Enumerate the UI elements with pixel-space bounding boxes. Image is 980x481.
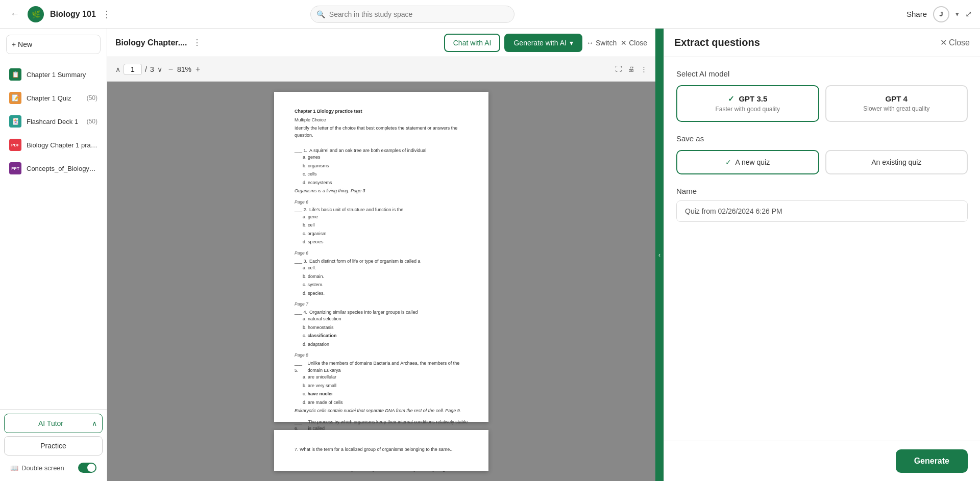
new-quiz-check-icon: ✓ [725, 158, 731, 166]
avatar[interactable]: J [933, 6, 949, 22]
pdf-toolbar-right: ⛶ 🖨 ⋮ [615, 65, 647, 73]
ai-tutor-button[interactable]: AI Tutor ∧ [4, 414, 103, 433]
generate-chevron-icon: ▾ [570, 39, 573, 47]
search-container: 🔍 [310, 6, 514, 23]
name-input[interactable] [676, 200, 968, 222]
right-close-button[interactable]: ✕ Close [940, 38, 970, 47]
pdf-question-4: ___ 4.Organizing similar species into la… [295, 309, 468, 348]
book-icon: 📖 [10, 464, 18, 472]
pdf-content: Chapter 1 Biology practice test Multiple… [107, 82, 655, 481]
close-button[interactable]: ✕ Close [621, 39, 647, 47]
practice-button[interactable]: Practice [4, 436, 103, 455]
right-panel: Extract questions ✕ Close Select AI mode… [664, 29, 980, 481]
save-existing-quiz[interactable]: An existing quiz [825, 150, 968, 174]
save-new-quiz[interactable]: ✓ A new quiz [676, 150, 819, 174]
gpt35-name: ✓ GPT 3.5 [685, 94, 810, 104]
gpt35-check-icon: ✓ [728, 94, 734, 103]
page-total: 3 [150, 65, 154, 73]
double-screen-label: 📖 Double screen [10, 464, 78, 472]
page-input[interactable] [124, 64, 142, 75]
page-nav: ∧ / 3 ∨ [115, 64, 162, 75]
zoom-level: 81% [177, 65, 191, 73]
pdf-next-question-hint: 7. What is the term for a localized grou… [295, 446, 468, 453]
pdf-more-button[interactable]: ⋮ [641, 65, 647, 73]
top-nav: ← 🌿 Biology 101 ⋮ 🔍 Share J ▾ ⤢ [0, 0, 980, 29]
chat-ai-button[interactable]: Chat with AI [444, 34, 501, 52]
search-input[interactable] [310, 6, 514, 23]
pdf-instruction: Identify the letter of the choice that b… [295, 125, 468, 139]
doc-toolbar-right: Chat with AI Generate with AI ▾ ↔ Switch… [444, 34, 647, 52]
sidebar-item-biology-practice[interactable]: PDF Biology Chapter 1 practice t... [3, 134, 104, 156]
double-screen-toggle[interactable] [78, 463, 96, 473]
doc-toolbar: Biology Chapter.... ⋮ Chat with AI Gener… [107, 29, 655, 57]
chapter1-quiz-count: (50) [87, 94, 97, 102]
expand-button[interactable]: ⤢ [965, 9, 972, 19]
right-panel-footer: Generate [664, 441, 980, 481]
pdf-question-2: ___ 2.Life's basic unit of structure and… [295, 207, 468, 246]
zoom-controls: − 81% + [168, 65, 201, 74]
sidebar-item-chapter1-quiz[interactable]: 📝 Chapter 1 Quiz (50) [3, 87, 104, 109]
nav-right: Share J ▾ ⤢ [906, 6, 972, 22]
sidebar-item-concepts[interactable]: PPT Concepts_of_Biology_Chap... [3, 157, 104, 180]
sidebar: + New 📋 Chapter 1 Summary 📝 Chapter 1 Qu… [0, 29, 107, 481]
collapse-tab[interactable]: ‹ [655, 29, 664, 481]
toggle-knob [87, 464, 95, 472]
zoom-out-button[interactable]: − [168, 65, 173, 74]
chapter1-quiz-icon: 📝 [9, 92, 21, 104]
flashcard-count: (50) [87, 118, 97, 125]
chapter1-summary-icon: 📋 [9, 68, 21, 81]
concepts-icon: PPT [9, 162, 21, 174]
flashcard-icon: 🃏 [9, 115, 21, 128]
app-title: Biology 101 [50, 10, 96, 19]
pdf-question-1: ___ 1.A squirrel and an oak tree are bot… [295, 147, 468, 195]
double-screen-row: 📖 Double screen [4, 459, 103, 477]
pdf-subtitle: Multiple Choice [295, 117, 468, 124]
ai-model-options: ✓ GPT 3.5 Faster with good quality GPT 4… [676, 85, 968, 122]
right-panel-title: Extract questions [674, 37, 934, 48]
doc-panel: Biology Chapter.... ⋮ Chat with AI Gener… [107, 29, 655, 481]
right-panel-body: Select AI model ✓ GPT 3.5 Faster with go… [664, 57, 980, 441]
new-button[interactable]: + New [6, 35, 101, 54]
save-as-options: ✓ A new quiz An existing quiz [676, 150, 968, 174]
pdf-question-5: ___ 5.Unlike the members of domains Bact… [295, 360, 468, 415]
sidebar-bottom: AI Tutor ∧ Practice 📖 Double screen [0, 409, 107, 481]
back-button[interactable]: ← [8, 7, 21, 21]
pdf-page-1: Chapter 1 Biology practice test Multiple… [274, 92, 488, 422]
zoom-in-button[interactable]: + [195, 65, 200, 74]
model-gpt35[interactable]: ✓ GPT 3.5 Faster with good quality [676, 85, 819, 122]
print-button[interactable]: 🖨 [628, 65, 634, 73]
gpt4-name: GPT 4 [835, 94, 959, 103]
right-close-x-icon: ✕ [940, 38, 947, 47]
sidebar-item-flashcard[interactable]: 🃏 Flashcard Deck 1 (50) [3, 110, 104, 133]
search-icon: 🔍 [316, 10, 325, 18]
chapter1-summary-label: Chapter 1 Summary [27, 71, 97, 79]
share-button[interactable]: Share [906, 10, 927, 18]
pdf-page-2-partial: 7. What is the term for a localized grou… [274, 430, 488, 471]
avatar-chevron[interactable]: ▾ [955, 10, 959, 18]
main-layout: + New 📋 Chapter 1 Summary 📝 Chapter 1 Qu… [0, 29, 980, 481]
app-more-button[interactable]: ⋮ [102, 9, 111, 20]
generate-ai-button[interactable]: Generate with AI ▾ [504, 34, 582, 52]
pdf-title: Chapter 1 Biology practice test [295, 108, 468, 115]
sidebar-item-chapter1-summary[interactable]: 📋 Chapter 1 Summary [3, 63, 104, 86]
doc-more-button[interactable]: ⋮ [193, 38, 201, 47]
biology-practice-icon: PDF [9, 139, 21, 151]
model-gpt4[interactable]: GPT 4 Slower with great quality [825, 85, 968, 122]
close-x-icon: ✕ [621, 39, 627, 47]
gpt35-desc: Faster with good quality [685, 106, 810, 113]
biology-practice-label: Biology Chapter 1 practice t... [27, 141, 97, 149]
flashcard-label: Flashcard Deck 1 [27, 118, 82, 125]
sidebar-items: 📋 Chapter 1 Summary 📝 Chapter 1 Quiz (50… [0, 60, 107, 409]
generate-button[interactable]: Generate [896, 449, 968, 473]
ai-tutor-chevron-icon: ∧ [92, 419, 97, 427]
fullscreen-button[interactable]: ⛶ [615, 65, 622, 73]
pdf-toolbar: ∧ / 3 ∨ − 81% + ⛶ 🖨 ⋮ [107, 57, 655, 82]
page-next-button[interactable]: ∨ [157, 65, 162, 73]
select-model-label: Select AI model [676, 69, 968, 78]
page-prev-button[interactable]: ∧ [115, 65, 120, 73]
switch-icon: ↔ [586, 39, 594, 47]
switch-button[interactable]: ↔ Switch [586, 39, 617, 47]
chapter1-quiz-label: Chapter 1 Quiz [27, 94, 82, 102]
app-logo: 🌿 [28, 6, 44, 22]
doc-title: Biology Chapter.... [115, 38, 187, 47]
